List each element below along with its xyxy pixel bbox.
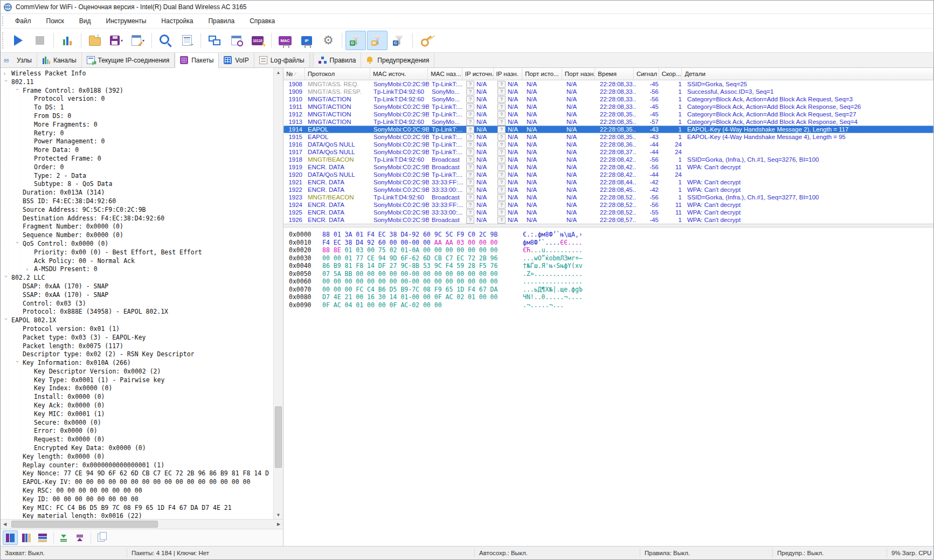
tree-item[interactable]: Key Index: 0x0000 (0)	[1, 384, 273, 393]
tree-horizontal-scrollbar[interactable]: ◀ ▶	[1, 519, 283, 529]
column-header-2[interactable]: MAC источ.	[370, 68, 428, 80]
tree-item[interactable]: Secure: 0x0000 (0)	[1, 419, 273, 427]
tree-item[interactable]: Destination Address: F4:EC:38:D4:92:60	[1, 215, 273, 223]
node-reassociation-button[interactable]	[204, 31, 225, 50]
tree-item[interactable]: Key MIC: FC C4 B6 D5 B9 7C 08 F9 65 1D F…	[1, 504, 273, 513]
find-button[interactable]	[155, 31, 176, 50]
control-packets-filter-button[interactable]: C	[389, 31, 409, 50]
tree-item[interactable]: More Fragments: 0	[1, 121, 273, 129]
packet-row[interactable]: 1921ENCR. DATASonyMobi:C0:2C:9B33:33:FF:…	[283, 178, 933, 186]
menu-view[interactable]: Вид	[72, 15, 99, 27]
column-header-6[interactable]: Порт исто...	[522, 68, 562, 80]
save-button[interactable]: ▾	[106, 31, 127, 50]
tree-item[interactable]: Encrypted Key Data: 0x0000 (0)	[1, 444, 273, 453]
tree-item[interactable]: ›Wireless Packet Info	[1, 70, 273, 78]
dropdown-caret-icon[interactable]: ▾	[142, 38, 144, 43]
packet-generator-button[interactable]: 10110	[247, 31, 268, 50]
tree-item[interactable]: Packet type: 0x03 (3) - EAPOL-Key	[1, 334, 273, 342]
packet-row[interactable]: 1923MNGT/BEACONTp-LinkT:D4:92:60Broadcas…	[283, 193, 933, 201]
start-capture-button[interactable]	[8, 31, 29, 50]
column-header-0[interactable]: №∕	[283, 68, 305, 80]
tree-item[interactable]: ›A-MSDU Present: 0	[1, 265, 273, 274]
tree-item[interactable]: ›Key Information: 0x010A (266)	[1, 359, 273, 368]
tree-item[interactable]: Type: 2 - Data	[1, 172, 273, 181]
tab-alerts[interactable]: Предупреждения	[361, 53, 434, 67]
tree-vscroll-track[interactable]	[274, 77, 283, 510]
packet-row[interactable]: 1910MNGT/ACTIONTp-LinkT:D4:92:60SonyMo..…	[283, 95, 933, 103]
packet-row[interactable]: 1915EAPOLSonyMobi:C0:2C:9BTp-LinkT:...?N…	[283, 133, 933, 141]
stop-capture-button[interactable]	[30, 31, 50, 50]
tree-item[interactable]: BSS ID: F4:EC:38:D4:92:60	[1, 197, 273, 206]
tab-voip[interactable]: VoIP	[219, 53, 254, 67]
log-viewer-button[interactable]: ▾	[128, 31, 148, 50]
tree-item[interactable]: To DS: 1	[1, 103, 273, 112]
tree-item[interactable]: Priority: 0x00 (0) - Best Effort, Best E…	[1, 248, 273, 257]
tree-item[interactable]: ›EAPOL 802.1X	[1, 316, 273, 325]
tab-channels[interactable]: Каналы	[37, 53, 82, 67]
menu-search[interactable]: Поиск	[39, 15, 72, 27]
packet-row[interactable]: 1914EAPOLSonyMobi:C0:2C:9BTp-LinkT:...?N…	[283, 126, 933, 133]
packet-row[interactable]: 1909MNGT/ASS. RESP.Tp-LinkT:D4:92:60Sony…	[283, 88, 933, 95]
tree-item[interactable]: Ack Policy: 00 - Normal Ack	[1, 257, 273, 266]
tree-item[interactable]: Key Nonce: 77 CE 94 9D 6F 62 6D CB C7 EC…	[1, 469, 273, 478]
tree-item[interactable]: Packet length: 0x0075 (117)	[1, 342, 273, 351]
column-header-8[interactable]: Время	[595, 68, 634, 80]
collapse-icon[interactable]: ›	[2, 79, 11, 87]
menu-file[interactable]: Файл	[8, 15, 39, 27]
layout-panes-button-3[interactable]	[35, 530, 50, 545]
tree-vscroll-thumb[interactable]	[275, 406, 282, 468]
panel-splitter[interactable]	[283, 224, 933, 227]
packet-row[interactable]: 1920DATA/QoS NULLSonyMobi:C0:2C:9BTp-Lin…	[283, 171, 933, 178]
tree-item[interactable]: Protected Frame: 0	[1, 155, 273, 163]
packet-row[interactable]: 1917DATA/QoS NULLSonyMobi:C0:2C:9BTp-Lin…	[283, 148, 933, 156]
tree-item[interactable]: Key material length: 0x0016 (22)	[1, 512, 273, 519]
ip-aliases-button[interactable]: IP	[296, 31, 317, 50]
tree-item[interactable]: Request: 0x0000 (0)	[1, 435, 273, 444]
scroll-down-icon[interactable]: ▼	[274, 510, 283, 519]
tab-packets[interactable]: Пакеты	[175, 53, 219, 68]
packet-row[interactable]: 1911MNGT/ACTIONSonyMobi:C0:2C:9BTp-LinkT…	[283, 103, 933, 110]
menu-settings[interactable]: Настройка	[154, 15, 200, 27]
tree-item[interactable]: DSAP: 0xAA (170) - SNAP	[1, 282, 273, 291]
tab-ipconn[interactable]: Текущие IP-соединения	[82, 53, 175, 67]
packet-row[interactable]: 1908MNGT/ASS. REQ.SonyMobi:C0:2C:9BTp-Li…	[283, 80, 933, 88]
collapse-all-button[interactable]	[72, 530, 87, 545]
packet-row[interactable]: 1925ENCR. DATASonyMobi:C0:2C:9B33:33:00:…	[283, 209, 933, 216]
scheduler-button[interactable]	[226, 31, 246, 50]
tree-item[interactable]: Subtype: 8 - QoS Data	[1, 180, 273, 189]
tree-item[interactable]: Key MIC: 0x0001 (1)	[1, 410, 273, 419]
collapse-icon[interactable]: ›	[13, 87, 22, 96]
expand-icon[interactable]: ›	[25, 265, 34, 274]
column-header-10[interactable]: Скор...	[659, 68, 682, 80]
go-to-packet-button[interactable]	[177, 31, 197, 50]
tree-item[interactable]: Key length: 0x0000 (0)	[1, 453, 273, 461]
tree-item[interactable]: Protocol version: 0	[1, 95, 273, 103]
tree-hscroll-thumb[interactable]	[11, 521, 158, 528]
column-header-9[interactable]: Сигнал	[634, 68, 659, 80]
packet-row[interactable]: 1912MNGT/ACTIONSonyMobi:C0:2C:9BTp-LinkT…	[283, 110, 933, 118]
menu-tools[interactable]: Инструменты	[99, 15, 154, 27]
column-header-4[interactable]: IP источн.	[462, 68, 494, 80]
data-packets-filter-button[interactable]: D	[345, 31, 366, 50]
tree-item[interactable]: Replay counter: 0x0000000000000001 (1)	[1, 461, 273, 470]
tree-item[interactable]: More Data: 0	[1, 146, 273, 155]
tree-item[interactable]: Key Descriptor Version: 0x0002 (2)	[1, 368, 273, 376]
tree-item[interactable]: Control: 0x03 (3)	[1, 300, 273, 308]
packet-row[interactable]: 1919ENCR. DATASonyMobi:C0:2C:9BBroadcast…	[283, 163, 933, 171]
tree-item[interactable]: Source Address: 9C:5C:F9:C0:2C:9B	[1, 206, 273, 215]
tab-logs[interactable]: Log-файлы	[254, 53, 310, 67]
collapse-icon[interactable]: ›	[13, 240, 22, 249]
scroll-up-icon[interactable]: ▲	[274, 68, 283, 77]
tree-item[interactable]: Protocol: 0x888E (34958) - EAPOL 802.1X	[1, 308, 273, 316]
tree-item[interactable]: ›802.2 LLC	[1, 274, 273, 282]
layout-panes-button-2[interactable]	[19, 530, 34, 545]
tab-nodes[interactable]: Узлы	[1, 53, 37, 67]
column-header-1[interactable]: Протокол	[305, 68, 370, 80]
wpa-keys-button[interactable]	[416, 31, 437, 50]
packet-row[interactable]: 1918MNGT/BEACONTp-LinkT:D4:92:60Broadcas…	[283, 156, 933, 163]
options-button[interactable]: ⚙	[318, 31, 338, 50]
menu-rules[interactable]: Правила	[200, 15, 242, 27]
menu-help[interactable]: Справка	[242, 15, 282, 27]
tree-item[interactable]: EAPOL-Key IV: 00 00 00 00 00 00 00 00 00…	[1, 478, 273, 487]
expand-all-button[interactable]	[56, 530, 71, 545]
